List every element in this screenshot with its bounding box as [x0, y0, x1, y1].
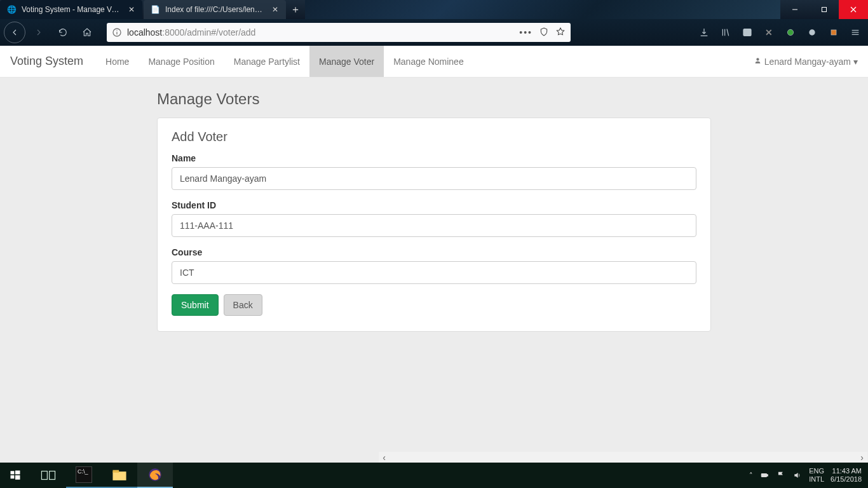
extension-x-icon[interactable]: ✕ — [760, 24, 778, 41]
file-icon: 📄 — [150, 4, 160, 15]
taskbar-app-cmd[interactable]: C:\_ — [66, 463, 102, 488]
tab-strip: 🌐 Voting System - Manage Voters ✕ 📄 Inde… — [0, 0, 305, 19]
horizontal-scrollbar[interactable]: ‹ › — [379, 452, 867, 463]
svg-point-10 — [810, 30, 815, 35]
clock[interactable]: 11:43 AM 6/15/2018 — [831, 467, 862, 484]
nav-item-home[interactable]: Home — [96, 46, 139, 77]
submit-button[interactable]: Submit — [172, 294, 219, 316]
nav-item-manage-partylist[interactable]: Manage Partylist — [224, 46, 309, 77]
shield-icon[interactable] — [539, 27, 549, 39]
svg-point-6 — [116, 30, 117, 30]
flag-icon[interactable] — [776, 470, 786, 480]
library-icon[interactable] — [717, 24, 735, 41]
user-icon — [754, 57, 762, 67]
sidebar-icon[interactable] — [738, 24, 756, 41]
scroll-right-icon[interactable]: › — [857, 452, 867, 463]
svg-rect-17 — [11, 475, 15, 478]
url-text: localhost:8000/admin#/voter/add — [127, 27, 514, 37]
window-chrome: 🌐 Voting System - Manage Voters ✕ 📄 Inde… — [0, 0, 868, 19]
downloads-icon[interactable] — [695, 24, 713, 41]
svg-rect-25 — [767, 475, 768, 476]
course-label: Course — [172, 247, 696, 257]
home-button[interactable] — [76, 22, 98, 43]
nav-item-manage-position[interactable]: Manage Position — [139, 46, 224, 77]
browser-toolbar: localhost:8000/admin#/voter/add ••• ✕ — [0, 19, 868, 46]
caret-down-icon: ▾ — [853, 57, 858, 67]
close-window-button[interactable] — [839, 0, 868, 19]
student-id-label: Student ID — [172, 200, 696, 210]
forward-button[interactable] — [28, 22, 50, 43]
svg-rect-21 — [112, 471, 126, 480]
app-navbar: Voting System Home Manage Position Manag… — [0, 46, 868, 78]
volume-icon[interactable] — [792, 470, 803, 480]
menu-icon[interactable] — [846, 24, 864, 41]
svg-rect-20 — [50, 471, 55, 480]
svg-rect-22 — [112, 470, 119, 473]
nav-item-manage-nominee[interactable]: Manage Nominee — [384, 46, 473, 77]
form-panel: Add Voter Name Student ID Course Submit … — [157, 118, 711, 332]
user-name: Lenard Mangay-ayam — [764, 57, 851, 67]
course-input[interactable] — [172, 261, 696, 284]
taskbar-app-firefox[interactable] — [137, 463, 173, 488]
svg-point-9 — [787, 29, 793, 35]
svg-rect-11 — [831, 30, 836, 35]
svg-rect-24 — [762, 474, 767, 477]
back-button[interactable] — [4, 22, 25, 43]
svg-rect-16 — [15, 471, 20, 475]
more-icon[interactable]: ••• — [519, 27, 532, 37]
tray-chevron-up-icon[interactable]: ˄ — [749, 471, 753, 480]
extension-green-icon[interactable] — [782, 24, 799, 41]
browser-tab[interactable]: 📄 Index of file:///C:/Users/lenard ✕ — [144, 0, 286, 19]
svg-rect-18 — [15, 475, 20, 480]
name-input[interactable] — [172, 167, 696, 190]
extension-orange-icon[interactable] — [825, 24, 843, 41]
tab-title: Index of file:///C:/Users/lenard — [165, 5, 266, 14]
name-label: Name — [172, 153, 696, 163]
brand[interactable]: Voting System — [10, 55, 96, 68]
power-icon[interactable] — [759, 470, 770, 480]
close-icon[interactable]: ✕ — [271, 5, 280, 14]
window-controls — [780, 0, 868, 19]
nav-items: Home Manage Position Manage Partylist Ma… — [96, 46, 473, 77]
task-view-button[interactable] — [31, 463, 66, 488]
close-icon[interactable]: ✕ — [127, 5, 136, 14]
scroll-left-icon[interactable]: ‹ — [379, 452, 390, 463]
site-info-icon[interactable] — [112, 27, 122, 37]
minimize-button[interactable] — [780, 0, 810, 19]
svg-rect-15 — [11, 471, 15, 474]
start-button[interactable] — [0, 463, 31, 488]
system-tray: ˄ ENG INTL 11:43 AM 6/15/2018 — [749, 467, 868, 484]
extension-ring-icon[interactable] — [803, 24, 821, 41]
page-title: Manage Voters — [157, 90, 711, 108]
back-button[interactable]: Back — [224, 294, 262, 316]
svg-rect-7 — [743, 29, 751, 36]
maximize-button[interactable] — [810, 0, 839, 19]
tab-title: Voting System - Manage Voters — [22, 5, 122, 14]
browser-tab-active[interactable]: 🌐 Voting System - Manage Voters ✕ — [0, 0, 142, 19]
user-menu[interactable]: Lenard Mangay-ayam ▾ — [754, 57, 858, 67]
taskbar: C:\_ ˄ ENG INTL 11:43 AM 6/15/2018 — [0, 463, 868, 488]
nav-item-manage-voter[interactable]: Manage Voter — [309, 46, 384, 77]
title-bar-drag[interactable] — [305, 0, 780, 19]
globe-icon: 🌐 — [6, 4, 17, 15]
student-id-input[interactable] — [172, 214, 696, 237]
form-title: Add Voter — [172, 130, 696, 144]
address-bar[interactable]: localhost:8000/admin#/voter/add ••• — [107, 23, 571, 42]
taskbar-app-explorer[interactable] — [102, 463, 137, 488]
svg-rect-1 — [822, 8, 827, 12]
reload-button[interactable] — [52, 22, 74, 43]
language-indicator[interactable]: ENG INTL — [809, 467, 824, 484]
svg-rect-19 — [41, 471, 47, 480]
bookmark-star-icon[interactable] — [555, 27, 566, 39]
page-content: Manage Voters Add Voter Name Student ID … — [0, 78, 868, 463]
new-tab-button[interactable]: ＋ — [286, 0, 305, 19]
